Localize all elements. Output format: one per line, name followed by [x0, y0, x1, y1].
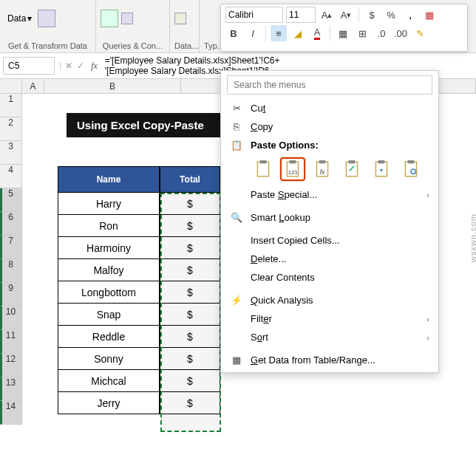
row-header[interactable]: 13 [0, 377, 22, 401]
chevron-right-icon: › [426, 191, 429, 199]
comma-icon[interactable]: , [402, 7, 418, 23]
paste-link[interactable] [398, 157, 424, 181]
menu-sort[interactable]: Sort › [221, 328, 438, 346]
table-row: Longbottom$ [58, 281, 222, 304]
row-header[interactable]: 14 [0, 401, 22, 425]
increase-font-icon[interactable]: A▴ [319, 7, 335, 23]
data-table: Name Total Harry$ Ron$ Harmoiny$ Malfoy$… [58, 166, 222, 414]
merge-icon[interactable]: ⊞ [354, 25, 370, 41]
borders-icon[interactable]: ▦ [335, 25, 351, 41]
select-all-corner[interactable] [0, 79, 22, 94]
percent-icon[interactable]: % [383, 7, 399, 23]
format-painter-icon[interactable]: ✎ [412, 25, 428, 41]
fill-color-icon[interactable]: ◢ [290, 25, 306, 41]
table-row: Snap$ [58, 304, 222, 326]
svg-rect-13 [408, 160, 415, 163]
bold-icon[interactable]: B [225, 25, 242, 41]
row-header[interactable]: 6 [0, 212, 22, 236]
ribbon-group-label: Get & Transform Data [4, 41, 91, 50]
col-header[interactable]: B [44, 79, 181, 94]
chevron-right-icon: › [426, 333, 429, 342]
table-icon: ▦ [230, 354, 243, 366]
clipboard-icon: 📋 [230, 140, 243, 151]
paste-formatting[interactable] [369, 157, 394, 181]
copy-icon: ⎘ [230, 121, 243, 132]
svg-rect-1 [260, 160, 267, 163]
svg-rect-8 [346, 162, 357, 177]
menu-insert-copied[interactable]: Insert Copied Cells... [221, 231, 438, 250]
decrease-font-icon[interactable]: A▾ [338, 7, 354, 23]
svg-rect-6 [319, 160, 326, 163]
font-family-select[interactable] [225, 7, 283, 23]
currency-icon[interactable]: $ [364, 7, 380, 23]
stock-icon[interactable] [174, 13, 186, 24]
font-size-select[interactable] [286, 7, 316, 23]
svg-text:fx: fx [320, 168, 325, 176]
from-table-icon[interactable] [38, 10, 55, 27]
refresh-icon[interactable] [101, 10, 118, 27]
menu-clear-contents[interactable]: Clear Contents [221, 268, 438, 287]
increase-decimal-icon[interactable]: .00 [392, 25, 409, 41]
table-row: Reddle$ [58, 326, 222, 348]
table-row: Sonny$ [58, 348, 222, 370]
name-box[interactable] [3, 57, 55, 75]
row-header[interactable]: 5 [0, 188, 22, 212]
row-header[interactable]: 11 [0, 330, 22, 354]
svg-rect-11 [378, 160, 385, 163]
menu-search-input[interactable] [227, 75, 432, 95]
italic-icon[interactable]: I [245, 25, 261, 41]
row-header[interactable]: 9 [0, 283, 22, 306]
row-header[interactable]: 1 [0, 94, 22, 117]
menu-copy[interactable]: ⎘ Copy [221, 117, 438, 136]
table-header: Name [58, 166, 160, 193]
paste-transpose[interactable] [339, 157, 364, 181]
ribbon-group-label: Typ... [204, 41, 221, 50]
row-header[interactable]: 10 [0, 306, 22, 330]
fx-icon[interactable]: fx [91, 61, 98, 72]
row-header[interactable]: 12 [0, 354, 22, 377]
menu-get-data-table[interactable]: ▦ Get Data from Table/Range... [221, 351, 438, 369]
paste-formulas[interactable]: fx [310, 157, 335, 181]
get-data-btn[interactable]: Data ▾ [4, 12, 35, 25]
row-header[interactable]: 3 [0, 141, 22, 165]
row-header[interactable]: 4 [0, 165, 22, 188]
paste-options-heading: Paste Options: [251, 140, 429, 151]
row-header[interactable]: 8 [0, 259, 22, 283]
quick-analysis-icon: ⚡ [230, 295, 243, 306]
table-row: Jerry$ [58, 392, 222, 414]
svg-rect-9 [349, 160, 356, 163]
table-row: Harry$ [58, 193, 222, 215]
svg-rect-0 [257, 162, 268, 177]
table-header: Total [160, 166, 220, 193]
cancel-icon[interactable]: ✕ [63, 61, 75, 71]
menu-smart-lookup[interactable]: 🔍 Smart Lookup [221, 208, 438, 227]
confirm-icon[interactable]: ✓ [75, 61, 86, 71]
table-row: Malfoy$ [58, 259, 222, 281]
conditional-format-icon[interactable]: ▦ [421, 7, 438, 23]
row-header[interactable]: 7 [0, 236, 22, 259]
paste-values[interactable]: 123 [280, 157, 305, 181]
paste-default[interactable] [251, 157, 276, 181]
ribbon-group-label: Queries & Con... [101, 41, 165, 50]
align-center-icon[interactable]: ≡ [271, 25, 287, 41]
svg-text:123: 123 [288, 169, 298, 176]
menu-filter[interactable]: Filter › [221, 309, 438, 328]
decrease-decimal-icon[interactable]: .0 [373, 25, 390, 41]
svg-point-14 [411, 169, 416, 174]
svg-rect-3 [290, 160, 296, 163]
table-row: Michcal$ [58, 370, 222, 392]
font-color-icon[interactable]: A [309, 25, 325, 41]
row-header[interactable]: 2 [0, 117, 22, 141]
table-row: Ron$ [58, 215, 222, 237]
context-menu: ✂ Cut ⎘ Copy 📋 Paste Options: 123 fx Pas… [220, 70, 439, 373]
menu-quick-analysis[interactable]: ⚡ Quick Analysis [221, 291, 438, 309]
menu-delete[interactable]: Delete... [221, 250, 438, 268]
watermark: wsxwn.com [469, 213, 476, 262]
menu-cut[interactable]: ✂ Cut [221, 99, 438, 117]
col-header[interactable]: A [22, 79, 44, 94]
scissors-icon: ✂ [230, 103, 243, 114]
chevron-right-icon: › [426, 315, 429, 323]
query-icon[interactable] [121, 13, 133, 24]
menu-paste-special[interactable]: Paste Special... › [221, 185, 438, 204]
mini-toolbar: A▴ A▾ $ % , ▦ B I ≡ ◢ A ▦ ⊞ .0 .00 ✎ [220, 4, 468, 52]
